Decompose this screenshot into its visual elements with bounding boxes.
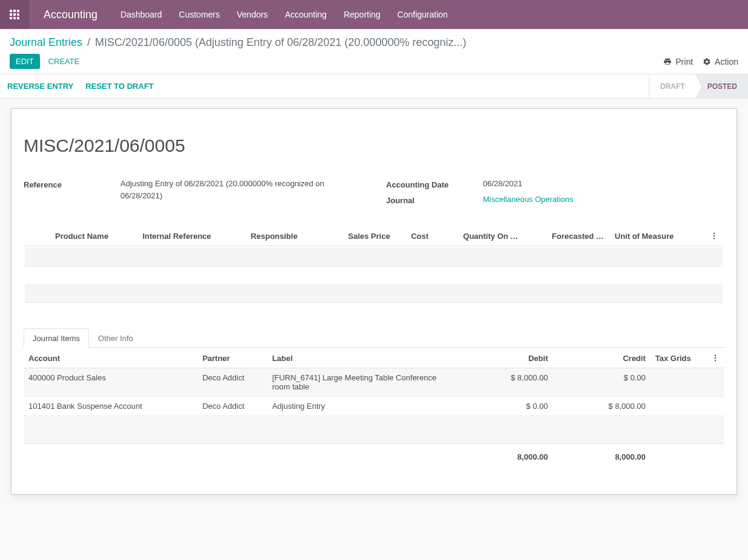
navbar: Accounting Dashboard Customers Vendors A… — [0, 0, 748, 29]
cell-partner: Deco Addict — [197, 368, 267, 397]
breadcrumb-separator: / — [87, 36, 90, 49]
journal-items-table: Account Partner Label Debit Credit Tax G… — [24, 348, 724, 470]
record-title: MISC/2021/06/0005 — [24, 135, 724, 156]
gear-icon — [703, 57, 711, 66]
nav-menu: Dashboard Customers Vendors Accounting R… — [112, 0, 456, 29]
create-button[interactable]: CREATE — [42, 54, 86, 69]
col-sales-price[interactable]: Sales Price — [324, 227, 395, 246]
breadcrumb: Journal Entries / MISC/2021/06/0005 (Adj… — [10, 36, 738, 49]
total-credit: 8,000.00 — [553, 444, 650, 470]
col-qty-on-hand[interactable]: Quantity On … — [435, 227, 523, 246]
journal-value-link[interactable]: Miscellaneous Operations — [483, 195, 574, 204]
col-debit[interactable]: Debit — [455, 348, 553, 368]
edit-button[interactable]: EDIT — [10, 54, 40, 69]
journal-label: Journal — [386, 194, 483, 206]
col-cost[interactable]: Cost — [396, 227, 433, 246]
cell-label: [FURN_6741] Large Meeting Table Conferen… — [267, 368, 456, 397]
svg-point-0 — [714, 233, 715, 234]
control-panel: Journal Entries / MISC/2021/06/0005 (Adj… — [0, 29, 748, 74]
svg-point-2 — [714, 238, 715, 239]
breadcrumb-current: MISC/2021/06/0005 (Adjusting Entry of 06… — [95, 36, 466, 49]
statusbar: DRAFT POSTED — [649, 74, 748, 98]
apps-menu-button[interactable] — [0, 0, 29, 29]
col-internal-ref[interactable]: Internal Reference — [137, 227, 244, 246]
nav-customers[interactable]: Customers — [171, 0, 229, 29]
totals-row: 8,000.00 8,000.00 — [24, 444, 724, 470]
col-product-name[interactable]: Product Name — [50, 227, 136, 246]
reference-value: Adjusting Entry of 06/28/2021 (20.000000… — [120, 178, 362, 201]
cell-tax — [651, 397, 706, 416]
accounting-date-label: Accounting Date — [386, 178, 483, 190]
svg-point-1 — [714, 235, 715, 236]
svg-point-5 — [715, 360, 716, 361]
kebab-icon — [710, 232, 718, 240]
print-icon — [663, 57, 672, 66]
nav-configuration[interactable]: Configuration — [389, 0, 456, 29]
accounting-date-value: 06/28/2021 — [483, 178, 724, 190]
nav-dashboard[interactable]: Dashboard — [112, 0, 171, 29]
col-responsible[interactable]: Responsible — [246, 227, 323, 246]
upper-table-options[interactable] — [705, 227, 723, 246]
breadcrumb-parent[interactable]: Journal Entries — [10, 36, 82, 49]
col-tax-grids[interactable]: Tax Grids — [651, 348, 706, 368]
tab-other-info[interactable]: Other Info — [89, 328, 142, 348]
cell-account: 400000 Product Sales — [24, 368, 197, 397]
cell-debit: $ 8,000.00 — [455, 368, 553, 397]
cell-credit: $ 0.00 — [553, 368, 650, 397]
nav-reporting[interactable]: Reporting — [335, 0, 389, 29]
notebook: Journal Items Other Info Account Partner… — [24, 328, 724, 470]
col-forecasted[interactable]: Forecasted … — [524, 227, 608, 246]
journal-table-options[interactable] — [706, 348, 724, 368]
table-row[interactable]: 101401 Bank Suspense Account Deco Addict… — [24, 397, 724, 416]
tab-journal-items[interactable]: Journal Items — [24, 328, 89, 348]
reference-label: Reference — [24, 178, 120, 201]
table-row — [25, 247, 723, 267]
col-credit[interactable]: Credit — [553, 348, 650, 368]
table-row[interactable]: 400000 Product Sales Deco Addict [FURN_6… — [24, 368, 724, 397]
form-sheet: MISC/2021/06/0005 Reference Adjusting En… — [11, 108, 737, 495]
cell-account: 101401 Bank Suspense Account — [24, 397, 197, 416]
table-row — [25, 284, 723, 303]
status-draft[interactable]: DRAFT — [649, 74, 696, 98]
svg-point-4 — [715, 357, 716, 359]
cell-debit: $ 0.00 — [455, 397, 553, 416]
cell-tax — [651, 368, 706, 397]
nav-vendors[interactable]: Vendors — [228, 0, 276, 29]
upper-list-table: Product Name Internal Reference Responsi… — [24, 226, 724, 304]
print-button[interactable]: Print — [663, 57, 693, 67]
col-uom[interactable]: Unit of Measure — [610, 227, 704, 246]
reverse-entry-button[interactable]: REVERSE ENTRY — [7, 82, 73, 91]
action-label: Action — [715, 57, 738, 67]
reset-to-draft-button[interactable]: RESET TO DRAFT — [85, 82, 153, 91]
cell-label: Adjusting Entry — [267, 397, 456, 416]
cell-partner: Deco Addict — [197, 397, 267, 416]
nav-accounting[interactable]: Accounting — [277, 0, 335, 29]
col-account[interactable]: Account — [24, 348, 197, 368]
col-partner[interactable]: Partner — [197, 348, 267, 368]
app-brand[interactable]: Accounting — [29, 8, 112, 21]
total-debit: 8,000.00 — [455, 444, 553, 470]
apps-icon — [10, 10, 19, 19]
print-label: Print — [675, 57, 693, 67]
svg-point-3 — [715, 355, 716, 356]
cell-credit: $ 8,000.00 — [553, 397, 650, 416]
action-button[interactable]: Action — [703, 57, 738, 67]
col-label[interactable]: Label — [267, 348, 456, 368]
status-posted[interactable]: POSTED — [696, 74, 748, 98]
kebab-icon — [711, 354, 720, 362]
status-bar: REVERSE ENTRY RESET TO DRAFT DRAFT POSTE… — [0, 74, 748, 99]
